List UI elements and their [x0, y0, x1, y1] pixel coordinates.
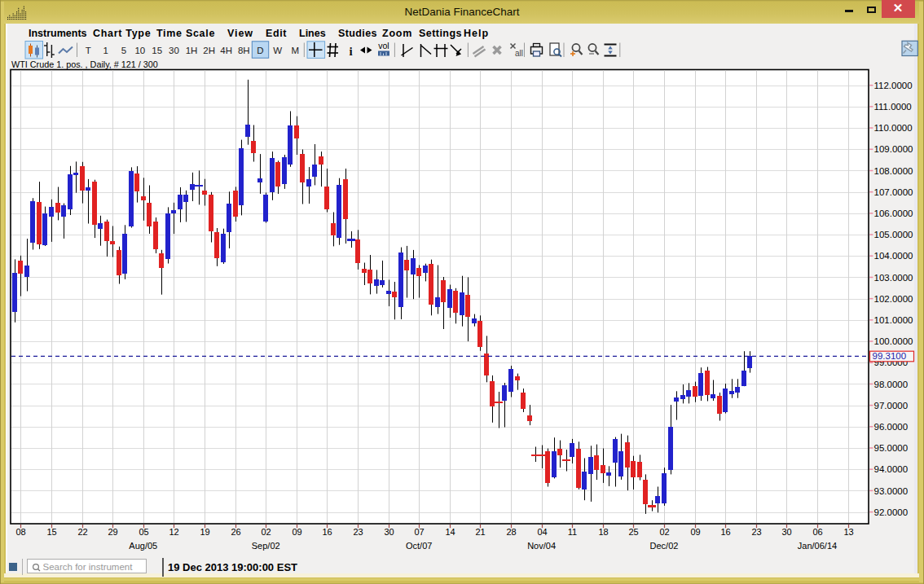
svg-text:100.0000: 100.0000	[874, 336, 913, 346]
svg-text:22: 22	[77, 527, 87, 537]
svg-text:112.0000: 112.0000	[874, 81, 913, 90]
svg-text:2H: 2H	[203, 46, 215, 55]
svg-text:18: 18	[598, 527, 608, 537]
svg-text:16: 16	[322, 527, 332, 537]
svg-text:25: 25	[628, 527, 638, 537]
svg-text:30: 30	[169, 46, 179, 55]
svg-text:26: 26	[231, 527, 240, 537]
svg-text:02: 02	[261, 527, 271, 537]
svg-text:4H: 4H	[220, 46, 232, 55]
svg-text:Jan/06/14: Jan/06/14	[798, 541, 837, 551]
svg-text:Dec/02: Dec/02	[650, 541, 679, 551]
svg-text:8H: 8H	[238, 46, 250, 55]
svg-text:all: all	[515, 49, 523, 58]
svg-text:101.0000: 101.0000	[874, 315, 913, 325]
svg-text:15: 15	[152, 46, 162, 55]
svg-text:103.0000: 103.0000	[874, 273, 913, 283]
svg-text:106.0000: 106.0000	[874, 209, 913, 218]
svg-text:105.0000: 105.0000	[874, 230, 913, 239]
svg-text:07: 07	[414, 527, 424, 537]
svg-text:05: 05	[139, 527, 148, 537]
svg-text:09: 09	[690, 527, 700, 537]
svg-text:15: 15	[46, 527, 56, 537]
svg-text:09: 09	[292, 527, 301, 537]
svg-text:23: 23	[353, 527, 363, 537]
svg-text:29: 29	[108, 527, 117, 537]
svg-text:95.0000: 95.0000	[874, 443, 909, 453]
svg-text:02: 02	[659, 527, 669, 537]
svg-text:94.0000: 94.0000	[874, 464, 909, 474]
svg-text:14: 14	[445, 527, 455, 537]
svg-text:Oct/07: Oct/07	[406, 541, 432, 551]
svg-text:104.0000: 104.0000	[874, 251, 913, 261]
svg-text:13: 13	[843, 527, 853, 537]
svg-text:T: T	[86, 46, 91, 55]
svg-text:99.3100: 99.3100	[873, 351, 907, 361]
svg-text:12: 12	[169, 527, 178, 537]
svg-text:M: M	[291, 46, 299, 55]
svg-text:Aug/05: Aug/05	[129, 541, 157, 551]
svg-text:16: 16	[720, 527, 730, 537]
svg-text:1: 1	[103, 46, 108, 55]
svg-text:21: 21	[475, 527, 485, 537]
svg-text:11: 11	[568, 527, 577, 537]
svg-text:28: 28	[506, 527, 516, 537]
svg-text:108.0000: 108.0000	[874, 166, 913, 176]
svg-text:107.0000: 107.0000	[874, 187, 913, 197]
svg-text:30: 30	[384, 527, 394, 537]
svg-text:110.0000: 110.0000	[874, 123, 913, 133]
svg-text:04: 04	[537, 527, 547, 537]
svg-text:i: i	[349, 45, 352, 58]
svg-text:5: 5	[121, 46, 126, 55]
svg-text:Sep/02: Sep/02	[252, 541, 280, 551]
svg-text:D: D	[257, 46, 263, 55]
svg-text:98.0000: 98.0000	[874, 380, 909, 389]
svg-text:109.0000: 109.0000	[874, 144, 913, 154]
svg-text:06: 06	[812, 527, 822, 537]
svg-text:1H: 1H	[186, 46, 198, 55]
svg-text:vol: vol	[378, 41, 389, 50]
svg-text:92.0000: 92.0000	[874, 507, 909, 517]
svg-text:96.0000: 96.0000	[874, 422, 909, 432]
svg-text:W: W	[273, 46, 282, 55]
svg-text:Nov/04: Nov/04	[527, 541, 556, 551]
svg-text:10: 10	[134, 46, 145, 55]
svg-text:111.0000: 111.0000	[874, 102, 912, 112]
svg-text:08: 08	[15, 527, 25, 537]
svg-text:30: 30	[781, 527, 791, 537]
svg-text:19: 19	[200, 527, 209, 537]
svg-text:102.0000: 102.0000	[874, 294, 913, 304]
svg-text:23: 23	[751, 527, 761, 537]
svg-text:93.0000: 93.0000	[874, 486, 909, 496]
svg-text:97.0000: 97.0000	[874, 401, 909, 411]
